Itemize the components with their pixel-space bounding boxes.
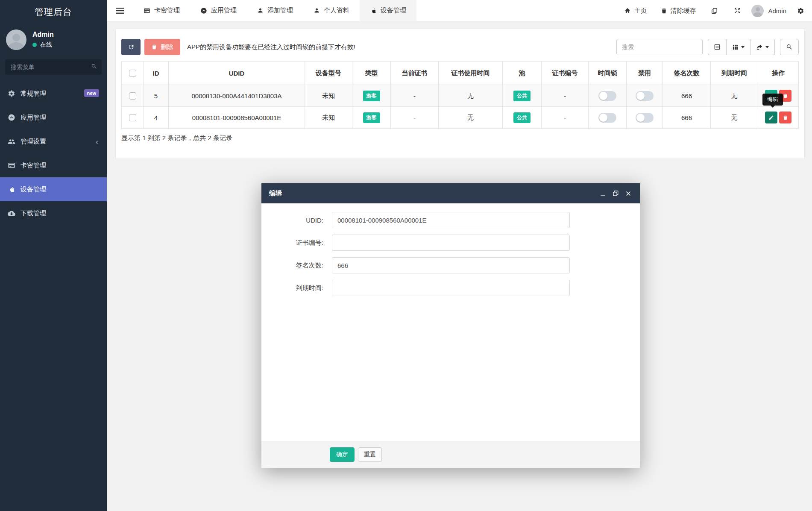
cloud-download-icon	[8, 209, 15, 217]
tab-devices[interactable]: 设备管理	[360, 0, 416, 21]
sidebar-item-general[interactable]: 常规管理 new	[0, 82, 107, 106]
copy-icon	[711, 7, 718, 15]
home-link[interactable]: 主页	[620, 7, 651, 15]
modal-titlebar[interactable]: 编辑	[261, 183, 640, 203]
cell-sign-count: 666	[663, 107, 711, 129]
col-header: 操作	[758, 62, 799, 85]
table-row: 4 00008101-000908560A00001E 未知 游客 - 无 公共…	[122, 107, 799, 129]
udid-field[interactable]	[332, 212, 570, 228]
expire-time-field[interactable]	[332, 280, 570, 296]
cell-udid: 00008101-000908560A00001E	[169, 107, 305, 129]
clear-cache-label: 清除缓存	[670, 7, 696, 15]
fullscreen-button[interactable]	[729, 7, 746, 14]
user-status: 在线	[40, 41, 52, 49]
credit-card-icon	[144, 7, 150, 14]
sidebar-item-admin-settings[interactable]: 管理设置 ‹	[0, 129, 107, 153]
tab-apps[interactable]: 应用管理	[190, 0, 247, 21]
docs-button[interactable]	[706, 7, 723, 15]
table-row: 5 00008130-000A441401D3803A 未知 游客 - 无 公共…	[122, 85, 799, 107]
tab-add-admin[interactable]: 添加管理	[247, 0, 303, 21]
col-header: 设备型号	[305, 62, 352, 85]
apple-icon	[8, 185, 15, 193]
row-checkbox[interactable]	[129, 92, 136, 100]
delete-button[interactable]: 删除	[144, 39, 180, 55]
avatar	[6, 29, 26, 50]
sign-count-field[interactable]	[332, 257, 570, 273]
navbar-user-name: Admin	[768, 7, 786, 15]
col-header: 池	[503, 62, 542, 85]
sidebar-item-apps[interactable]: 应用管理	[0, 106, 107, 129]
cell-model: 未知	[305, 107, 352, 129]
edit-button[interactable]	[765, 112, 777, 123]
search-icon	[786, 44, 793, 50]
user-icon	[314, 7, 320, 14]
cell-cert-time: 无	[439, 85, 503, 107]
sidebar-item-label: 设备管理	[21, 185, 46, 194]
col-header: 到期时间	[711, 62, 758, 85]
tab-card-keys[interactable]: 卡密管理	[133, 0, 190, 21]
clear-cache-link[interactable]: 清除缓存	[657, 7, 700, 15]
notice-text: APP的禁用设备功能要在已经注入过时间锁的前提下才有效!	[187, 43, 355, 51]
edit-tooltip: 编辑	[762, 94, 783, 106]
sign-count-label: 签名次数:	[261, 261, 323, 270]
home-label: 主页	[634, 7, 647, 15]
tab-label: 应用管理	[211, 6, 237, 15]
devices-table: ID UDID 设备型号 类型 当前证书 证书使用时间 池 证书编号 时间锁 禁…	[121, 61, 799, 129]
user-name: Admin	[32, 31, 54, 38]
settings-button[interactable]	[792, 7, 809, 15]
disable-toggle[interactable]	[636, 113, 654, 123]
columns-button[interactable]	[727, 39, 750, 55]
minimize-button[interactable]	[599, 190, 607, 197]
user-menu[interactable]: Admin	[751, 5, 786, 17]
cert-no-label: 证书编号:	[261, 239, 323, 247]
list-icon	[714, 44, 721, 50]
disable-toggle[interactable]	[636, 91, 654, 101]
confirm-button[interactable]: 确定	[330, 447, 355, 462]
fullscreen-icon	[734, 7, 741, 14]
home-icon	[624, 7, 631, 14]
row-checkbox[interactable]	[129, 114, 136, 121]
search-icon	[91, 63, 97, 70]
col-header: ID	[144, 62, 169, 85]
refresh-button[interactable]	[121, 39, 141, 55]
reset-button[interactable]: 重置	[358, 447, 382, 462]
arrow-circle-up-icon	[200, 7, 207, 14]
record-summary: 显示第 1 到第 2 条记录，总共 2 条记录	[121, 134, 799, 142]
sidebar-item-card-keys[interactable]: 卡密管理	[0, 153, 107, 177]
modal-body: UDID: 证书编号: 签名次数: 到期时间:	[261, 203, 640, 441]
table-header-row: ID UDID 设备型号 类型 当前证书 证书使用时间 池 证书编号 时间锁 禁…	[122, 62, 799, 85]
select-all-checkbox[interactable]	[129, 70, 136, 77]
timelock-toggle[interactable]	[598, 113, 616, 123]
cell-sign-count: 666	[663, 85, 711, 107]
sidebar-item-devices[interactable]: 设备管理	[0, 177, 107, 201]
pagination-toggle-button[interactable]	[708, 39, 727, 55]
modal-footer: 确定 重置	[261, 441, 640, 468]
avatar	[751, 5, 764, 17]
close-button[interactable]	[624, 190, 632, 197]
edit-modal: 编辑 UDID: 证书编号: 签名次数: 到期时间:	[261, 183, 640, 468]
modal-title: 编辑	[269, 189, 282, 197]
export-icon	[756, 44, 763, 50]
cert-no-field[interactable]	[332, 235, 570, 251]
tab-label: 个人资料	[324, 6, 349, 15]
columns-grid-icon	[732, 44, 739, 50]
tab-profile[interactable]: 个人资料	[303, 0, 360, 21]
devices-card: 删除 APP的禁用设备功能要在已经注入过时间锁的前提下才有效!	[115, 29, 805, 159]
export-button[interactable]	[750, 39, 775, 55]
timelock-toggle[interactable]	[598, 91, 616, 101]
minimize-icon	[600, 191, 605, 196]
trash-icon	[151, 44, 157, 50]
maximize-button[interactable]	[612, 190, 619, 197]
table-search-input[interactable]	[616, 39, 703, 55]
delete-row-button[interactable]	[779, 112, 791, 123]
pool-badge: 公共	[513, 91, 531, 101]
cell-cert-no: -	[542, 85, 589, 107]
sidebar-item-label: 应用管理	[21, 114, 46, 122]
sidebar-toggle-button[interactable]	[107, 0, 133, 21]
credit-card-icon	[8, 162, 15, 169]
admin-app: 管理后台 Admin 在线 常规管理 new 应用管理	[0, 0, 812, 511]
sidebar-item-downloads[interactable]: 下载管理	[0, 201, 107, 225]
cell-current-cert: -	[391, 85, 439, 107]
search-button[interactable]	[780, 39, 799, 55]
sidebar-search-input[interactable]	[5, 59, 102, 75]
